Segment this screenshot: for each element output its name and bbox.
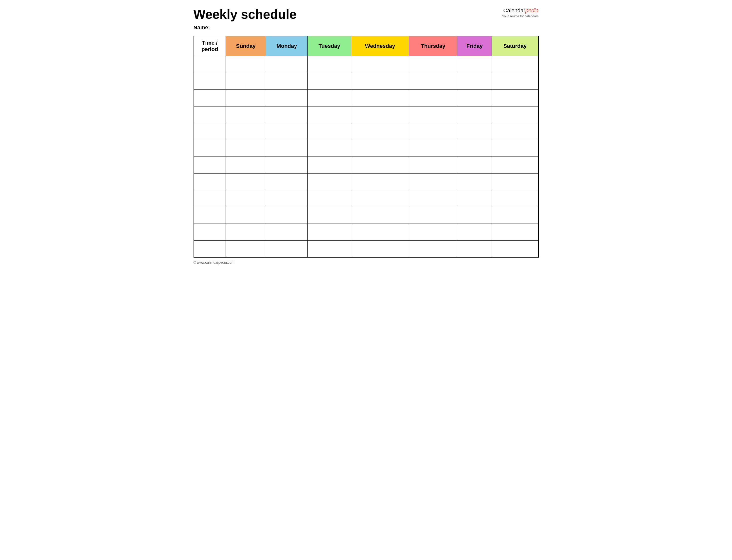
table-cell[interactable]	[457, 90, 492, 106]
table-cell[interactable]	[308, 73, 351, 90]
table-cell[interactable]	[492, 174, 538, 190]
table-cell[interactable]	[409, 73, 457, 90]
table-cell[interactable]	[266, 140, 307, 157]
table-cell[interactable]	[194, 90, 226, 106]
table-cell[interactable]	[308, 56, 351, 73]
table-cell[interactable]	[194, 123, 226, 140]
table-cell[interactable]	[226, 224, 266, 241]
table-cell[interactable]	[308, 207, 351, 224]
table-cell[interactable]	[492, 123, 538, 140]
table-cell[interactable]	[194, 56, 226, 73]
table-cell[interactable]	[457, 241, 492, 257]
table-cell[interactable]	[266, 106, 307, 123]
table-cell[interactable]	[457, 157, 492, 174]
table-cell[interactable]	[308, 157, 351, 174]
table-cell[interactable]	[457, 56, 492, 73]
table-cell[interactable]	[492, 56, 538, 73]
table-cell[interactable]	[226, 123, 266, 140]
table-cell[interactable]	[492, 90, 538, 106]
table-cell[interactable]	[492, 224, 538, 241]
table-cell[interactable]	[226, 56, 266, 73]
table-cell[interactable]	[194, 106, 226, 123]
table-cell[interactable]	[457, 190, 492, 207]
table-cell[interactable]	[194, 174, 226, 190]
col-header-monday: Monday	[266, 36, 307, 56]
table-cell[interactable]	[492, 73, 538, 90]
table-cell[interactable]	[226, 106, 266, 123]
name-label: Name:	[194, 24, 502, 31]
table-cell[interactable]	[409, 123, 457, 140]
table-cell[interactable]	[457, 140, 492, 157]
table-cell[interactable]	[457, 73, 492, 90]
table-cell[interactable]	[457, 174, 492, 190]
table-cell[interactable]	[226, 241, 266, 257]
table-cell[interactable]	[308, 123, 351, 140]
table-cell[interactable]	[409, 174, 457, 190]
table-cell[interactable]	[457, 123, 492, 140]
table-cell[interactable]	[351, 140, 409, 157]
table-cell[interactable]	[351, 157, 409, 174]
table-cell[interactable]	[308, 90, 351, 106]
table-cell[interactable]	[226, 157, 266, 174]
table-cell[interactable]	[266, 56, 307, 73]
table-cell[interactable]	[266, 207, 307, 224]
table-cell[interactable]	[351, 123, 409, 140]
table-cell[interactable]	[194, 207, 226, 224]
table-cell[interactable]	[351, 241, 409, 257]
table-cell[interactable]	[409, 56, 457, 73]
table-cell[interactable]	[351, 56, 409, 73]
table-cell[interactable]	[266, 241, 307, 257]
table-cell[interactable]	[351, 174, 409, 190]
table-cell[interactable]	[194, 241, 226, 257]
table-cell[interactable]	[492, 241, 538, 257]
table-cell[interactable]	[226, 207, 266, 224]
table-cell[interactable]	[194, 140, 226, 157]
table-cell[interactable]	[266, 224, 307, 241]
col-header-saturday: Saturday	[492, 36, 538, 56]
table-cell[interactable]	[409, 224, 457, 241]
table-cell[interactable]	[351, 106, 409, 123]
table-cell[interactable]	[226, 190, 266, 207]
table-cell[interactable]	[409, 90, 457, 106]
table-cell[interactable]	[351, 224, 409, 241]
table-cell[interactable]	[308, 140, 351, 157]
table-cell[interactable]	[492, 157, 538, 174]
table-cell[interactable]	[409, 190, 457, 207]
table-cell[interactable]	[351, 207, 409, 224]
col-header-thursday: Thursday	[409, 36, 457, 56]
table-cell[interactable]	[308, 241, 351, 257]
table-cell[interactable]	[194, 224, 226, 241]
table-cell[interactable]	[351, 73, 409, 90]
table-cell[interactable]	[194, 157, 226, 174]
table-cell[interactable]	[351, 190, 409, 207]
table-cell[interactable]	[194, 73, 226, 90]
table-cell[interactable]	[266, 90, 307, 106]
table-cell[interactable]	[409, 241, 457, 257]
table-cell[interactable]	[308, 224, 351, 241]
table-cell[interactable]	[308, 174, 351, 190]
table-cell[interactable]	[351, 90, 409, 106]
table-cell[interactable]	[266, 174, 307, 190]
table-cell[interactable]	[457, 207, 492, 224]
table-cell[interactable]	[457, 224, 492, 241]
table-cell[interactable]	[226, 73, 266, 90]
table-cell[interactable]	[409, 106, 457, 123]
table-cell[interactable]	[457, 106, 492, 123]
table-cell[interactable]	[266, 123, 307, 140]
table-cell[interactable]	[308, 190, 351, 207]
table-cell[interactable]	[492, 207, 538, 224]
table-cell[interactable]	[308, 106, 351, 123]
table-cell[interactable]	[409, 140, 457, 157]
table-cell[interactable]	[409, 207, 457, 224]
table-cell[interactable]	[492, 190, 538, 207]
table-cell[interactable]	[266, 73, 307, 90]
table-cell[interactable]	[266, 190, 307, 207]
table-cell[interactable]	[226, 140, 266, 157]
table-cell[interactable]	[492, 140, 538, 157]
table-cell[interactable]	[409, 157, 457, 174]
table-cell[interactable]	[226, 90, 266, 106]
table-cell[interactable]	[492, 106, 538, 123]
table-cell[interactable]	[194, 190, 226, 207]
table-cell[interactable]	[226, 174, 266, 190]
table-cell[interactable]	[266, 157, 307, 174]
